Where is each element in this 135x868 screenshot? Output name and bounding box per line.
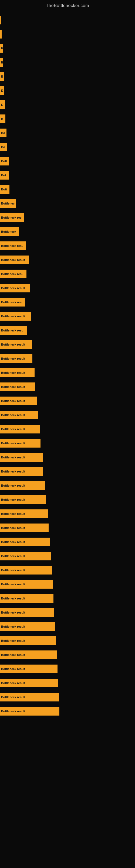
bar: Bottleneck result xyxy=(0,425,40,433)
bar: Bottleneck result xyxy=(0,650,57,659)
bar-label: Bottleneck result xyxy=(1,568,25,572)
bar-label: Bottleneck result xyxy=(1,597,25,600)
bar-row: Bottleneck result xyxy=(0,366,135,380)
bar-row: Bo xyxy=(0,140,135,154)
bar-row: Bo xyxy=(0,126,135,140)
bar: Bo xyxy=(0,129,6,137)
bar-label: Bottleneck result xyxy=(1,315,25,318)
bar-row: Bottleneck result xyxy=(0,633,135,648)
bar: Bottleneck result xyxy=(0,495,46,504)
bar-row: Bottleneck result xyxy=(0,662,135,676)
bar-label: E xyxy=(1,46,3,50)
bar: Bot xyxy=(0,171,9,180)
bar: E xyxy=(0,58,3,67)
bar-row: Bottleneck result xyxy=(0,380,135,394)
bar: Bottleneck result xyxy=(0,594,53,603)
bar: Bottleneck result xyxy=(0,707,59,716)
bar-row: E xyxy=(0,55,135,69)
bar: Bottleneck result xyxy=(0,481,45,490)
bar: B xyxy=(0,115,5,123)
bar-label: Bottleneck result xyxy=(1,385,25,389)
bar-row: Bottleneck resu xyxy=(0,267,135,281)
bar: Bottleneck result xyxy=(0,552,51,560)
bar-label: Bottleneck resu xyxy=(1,329,24,332)
bar: E xyxy=(0,44,3,53)
bar: Bottleneck result xyxy=(0,368,35,377)
site-title: TheBottlenecker.com xyxy=(0,0,135,10)
bar: Bottleneck result xyxy=(0,580,53,589)
bar-row: Bottlenec xyxy=(0,196,135,211)
bar-label: Bottleneck result xyxy=(1,258,25,261)
bar-row: Bottleneck res xyxy=(0,295,135,309)
bar-label: Bottleneck result xyxy=(1,710,25,713)
bar-label: Bottleneck res xyxy=(1,301,21,304)
bar-row: Bottleneck result xyxy=(0,606,135,620)
bar-row: Bottleneck result xyxy=(0,408,135,422)
bar: E xyxy=(0,100,5,109)
bar-row: Bottleneck result xyxy=(0,591,135,606)
bar: B xyxy=(0,72,4,81)
bar: Bottleneck result xyxy=(0,637,56,645)
bar-row: Bottleneck result xyxy=(0,549,135,563)
bar: Bottleneck result xyxy=(0,538,50,546)
bar-row: Bottleneck res xyxy=(0,211,135,225)
bar-label: Bottleneck result xyxy=(1,526,25,529)
bar-label: Bottleneck result xyxy=(1,399,25,403)
bar: Bottleneck result xyxy=(0,622,55,631)
bar: Bottleneck result xyxy=(0,312,31,321)
bars-container: EEBEEBBoBoBottBotBottBottlenecBottleneck… xyxy=(0,10,135,721)
bar-label: E xyxy=(1,103,3,106)
bar-row: Bottleneck result xyxy=(0,521,135,535)
bar-label: Bottleneck result xyxy=(1,639,25,642)
bar-row: B xyxy=(0,69,135,84)
bar: Bottleneck result xyxy=(0,524,49,532)
bar-label: Bottleneck result xyxy=(1,343,25,346)
bar-row: Bottleneck result xyxy=(0,422,135,436)
bar-label: Bottleneck res xyxy=(1,216,21,219)
bar: Bottleneck result xyxy=(0,509,48,518)
bar-row: Bottleneck result xyxy=(0,676,135,690)
bar: Bo xyxy=(0,143,7,151)
bar-row: Bottleneck result xyxy=(0,394,135,408)
bar: Bottleneck result xyxy=(0,608,54,617)
bar-row: Bot xyxy=(0,168,135,182)
bar-label: Bottleneck result xyxy=(1,653,25,656)
bar-row: B xyxy=(0,112,135,126)
bar: Bottleneck resu xyxy=(0,326,27,335)
bar: Bottleneck res xyxy=(0,213,24,222)
bar-label: Bottleneck result xyxy=(1,357,25,360)
bar-row: Bottleneck result xyxy=(0,507,135,521)
bar-label: Bott xyxy=(1,188,7,191)
bar: Bottleneck result xyxy=(0,340,32,349)
bar-row: E xyxy=(0,41,135,55)
bar-row: Bottleneck result xyxy=(0,450,135,464)
bar-label: E xyxy=(1,61,3,64)
bar-row: Bottleneck result xyxy=(0,281,135,295)
bar-row: Bottleneck result xyxy=(0,648,135,662)
bar: Bottleneck result xyxy=(0,397,37,405)
bar-label: Bottleneck result xyxy=(1,442,25,445)
bar-label: Bottleneck result xyxy=(1,611,25,614)
bar-label: Bottleneck result xyxy=(1,625,25,628)
bar-row: E xyxy=(0,98,135,112)
bar xyxy=(0,16,1,24)
bar: Bottleneck resu xyxy=(0,241,26,250)
bar-row: Bottleneck resu xyxy=(0,239,135,253)
bar-label: Bottleneck result xyxy=(1,470,25,473)
bar: Bottleneck res xyxy=(0,298,25,307)
bar: Bottleneck result xyxy=(0,439,41,447)
bar-row: Bottleneck result xyxy=(0,253,135,267)
bar: Bottleneck result xyxy=(0,255,29,264)
bar-label: B xyxy=(1,75,3,78)
bar-row: Bottleneck result xyxy=(0,704,135,718)
bar-label: B xyxy=(1,117,3,120)
bar-row: Bottleneck result xyxy=(0,563,135,577)
bar-label: Bott xyxy=(1,159,7,163)
bar-row: Bott xyxy=(0,154,135,168)
bar-row: Bottleneck result xyxy=(0,535,135,549)
bar: Bottleneck result xyxy=(0,679,58,687)
bar: Bott xyxy=(0,157,9,165)
bar-row: Bottleneck result xyxy=(0,577,135,591)
bar-label: Bottleneck result xyxy=(1,554,25,558)
bar: E xyxy=(0,86,4,95)
